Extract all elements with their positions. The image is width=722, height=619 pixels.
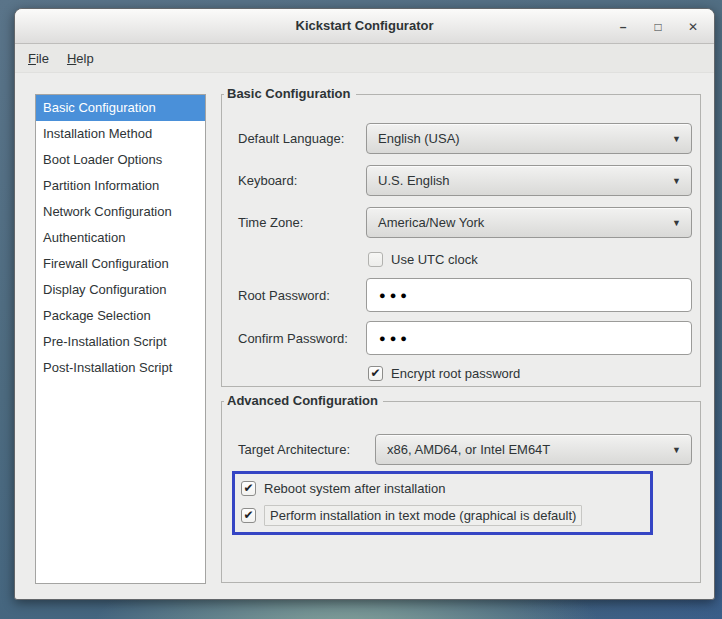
category-list: Basic Configuration Installation Method … [35, 94, 206, 584]
sidebar-item-basic-configuration[interactable]: Basic Configuration [36, 95, 205, 121]
reboot-after-install-checkbox[interactable]: ✔ Reboot system after installation [241, 479, 445, 497]
root-password-label: Root Password: [238, 278, 330, 312]
main-content: Basic Configuration Installation Method … [15, 73, 714, 599]
sidebar-item-display-configuration[interactable]: Display Configuration [36, 277, 205, 303]
sidebar-item-network-configuration[interactable]: Network Configuration [36, 199, 205, 225]
confirm-password-field[interactable]: ●●● [366, 321, 692, 355]
close-icon[interactable]: ✕ [686, 20, 700, 34]
time-zone-label: Time Zone: [238, 207, 303, 238]
keyboard-value: U.S. English [378, 173, 450, 188]
default-language-row: Default Language: English (USA) ▼ [222, 123, 700, 154]
sidebar-item-package-selection[interactable]: Package Selection [36, 303, 205, 329]
time-zone-row: Time Zone: America/New York ▼ [222, 207, 700, 238]
checkbox-checked-icon[interactable]: ✔ [368, 366, 383, 381]
target-architecture-value: x86, AMD64, or Intel EM64T [387, 442, 550, 457]
sidebar-item-installation-method[interactable]: Installation Method [36, 121, 205, 147]
menu-file[interactable]: File [19, 47, 58, 70]
text-mode-install-label: Perform installation in text mode (graph… [264, 505, 582, 526]
checkbox-checked-icon[interactable]: ✔ [241, 508, 256, 523]
default-language-dropdown[interactable]: English (USA) ▼ [366, 123, 692, 154]
confirm-password-label: Confirm Password: [238, 321, 348, 355]
root-password-field[interactable]: ●●● [366, 278, 692, 312]
chevron-down-icon: ▼ [672, 218, 681, 228]
default-language-value: English (USA) [378, 131, 460, 146]
advanced-configuration-section: Advanced Configuration Target Architectu… [221, 401, 701, 583]
reboot-after-install-label: Reboot system after installation [264, 481, 445, 496]
target-architecture-label: Target Architecture: [238, 434, 350, 465]
menu-help[interactable]: Help [58, 47, 103, 70]
chevron-down-icon: ▼ [672, 176, 681, 186]
text-mode-install-checkbox[interactable]: ✔ Perform installation in text mode (gra… [241, 506, 582, 524]
keyboard-row: Keyboard: U.S. English ▼ [222, 165, 700, 196]
confirm-password-masked-value: ●●● [379, 332, 411, 344]
sidebar-item-firewall-configuration[interactable]: Firewall Configuration [36, 251, 205, 277]
minimize-icon[interactable]: – [616, 20, 630, 34]
window-title: Kickstart Configurator [15, 9, 714, 43]
sidebar-item-boot-loader-options[interactable]: Boot Loader Options [36, 147, 205, 173]
target-architecture-dropdown[interactable]: x86, AMD64, or Intel EM64T ▼ [375, 434, 692, 465]
checkbox-unchecked-icon[interactable] [368, 252, 383, 267]
basic-configuration-section-title: Basic Configuration [224, 86, 356, 101]
time-zone-value: America/New York [378, 215, 484, 230]
keyboard-dropdown[interactable]: U.S. English ▼ [366, 165, 692, 196]
use-utc-clock-checkbox[interactable]: Use UTC clock [368, 250, 478, 268]
encrypt-root-password-checkbox[interactable]: ✔ Encrypt root password [368, 364, 520, 382]
time-zone-dropdown[interactable]: America/New York ▼ [366, 207, 692, 238]
chevron-down-icon: ▼ [672, 134, 681, 144]
menubar: File Help [15, 44, 714, 73]
confirm-password-row: Confirm Password: ●●● [222, 321, 700, 355]
titlebar[interactable]: Kickstart Configurator – □ ✕ [15, 9, 714, 44]
advanced-configuration-section-title: Advanced Configuration [224, 393, 383, 408]
sidebar-item-pre-installation-script[interactable]: Pre-Installation Script [36, 329, 205, 355]
checkbox-checked-icon[interactable]: ✔ [241, 481, 256, 496]
chevron-down-icon: ▼ [672, 445, 681, 455]
encrypt-root-password-label: Encrypt root password [391, 366, 520, 381]
sidebar-item-authentication[interactable]: Authentication [36, 225, 205, 251]
basic-configuration-section: Basic Configuration Default Language: En… [221, 94, 701, 387]
use-utc-clock-label: Use UTC clock [391, 252, 478, 267]
root-password-row: Root Password: ●●● [222, 278, 700, 312]
target-architecture-row: Target Architecture: x86, AMD64, or Inte… [222, 434, 700, 465]
keyboard-label: Keyboard: [238, 165, 297, 196]
root-password-masked-value: ●●● [379, 289, 411, 301]
window-controls: – □ ✕ [616, 9, 700, 44]
sidebar-item-partition-information[interactable]: Partition Information [36, 173, 205, 199]
app-window: Kickstart Configurator – □ ✕ File Help B… [14, 8, 715, 600]
sidebar-item-post-installation-script[interactable]: Post-Installation Script [36, 355, 205, 381]
maximize-icon[interactable]: □ [651, 20, 665, 34]
default-language-label: Default Language: [238, 123, 344, 154]
annotation-highlight-box: ✔ Reboot system after installation ✔ Per… [232, 471, 653, 535]
